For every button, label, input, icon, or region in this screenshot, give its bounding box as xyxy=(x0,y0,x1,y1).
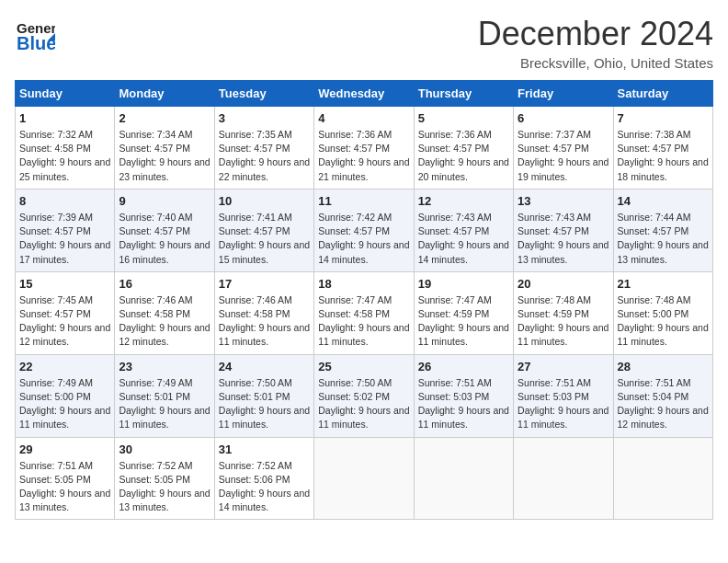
day-info: Sunrise: 7:51 AMSunset: 5:05 PMDaylight:… xyxy=(19,460,110,513)
day-header: Thursday xyxy=(414,81,513,107)
day-number: 11 xyxy=(318,194,409,208)
day-info: Sunrise: 7:51 AMSunset: 5:03 PMDaylight:… xyxy=(418,377,509,431)
calendar-cell: 30 Sunrise: 7:52 AMSunset: 5:05 PMDaylig… xyxy=(115,437,214,520)
day-number: 28 xyxy=(618,360,709,373)
day-number: 9 xyxy=(119,194,210,208)
day-info: Sunrise: 7:43 AMSunset: 4:57 PMDaylight:… xyxy=(418,212,509,265)
day-header: Monday xyxy=(115,81,214,107)
calendar-cell xyxy=(514,437,613,520)
day-number: 16 xyxy=(119,277,210,291)
calendar-cell: 6 Sunrise: 7:37 AMSunset: 4:57 PMDayligh… xyxy=(514,107,613,190)
day-number: 14 xyxy=(618,194,709,208)
day-info: Sunrise: 7:37 AMSunset: 4:57 PMDaylight:… xyxy=(518,129,609,182)
day-number: 10 xyxy=(219,194,310,208)
calendar-cell: 13 Sunrise: 7:43 AMSunset: 4:57 PMDaylig… xyxy=(514,189,613,271)
calendar-cell: 16 Sunrise: 7:46 AMSunset: 4:58 PMDaylig… xyxy=(115,271,214,354)
day-number: 19 xyxy=(418,277,509,291)
day-info: Sunrise: 7:41 AMSunset: 4:57 PMDaylight:… xyxy=(219,212,310,265)
calendar-week-row: 22 Sunrise: 7:49 AMSunset: 5:00 PMDaylig… xyxy=(16,354,713,437)
day-info: Sunrise: 7:48 AMSunset: 4:59 PMDaylight:… xyxy=(518,294,609,348)
location: Brecksville, Ohio, United States xyxy=(478,55,713,71)
calendar-cell: 19 Sunrise: 7:47 AMSunset: 4:59 PMDaylig… xyxy=(414,271,513,354)
calendar-cell: 29 Sunrise: 7:51 AMSunset: 5:05 PMDaylig… xyxy=(16,437,115,520)
calendar-cell: 14 Sunrise: 7:44 AMSunset: 4:57 PMDaylig… xyxy=(613,189,712,271)
day-number: 17 xyxy=(219,277,310,291)
day-info: Sunrise: 7:40 AMSunset: 4:57 PMDaylight:… xyxy=(119,212,210,265)
calendar-cell: 2 Sunrise: 7:34 AMSunset: 4:57 PMDayligh… xyxy=(115,107,214,190)
calendar-cell: 7 Sunrise: 7:38 AMSunset: 4:57 PMDayligh… xyxy=(613,107,712,190)
day-info: Sunrise: 7:50 AMSunset: 5:01 PMDaylight:… xyxy=(219,377,310,431)
day-info: Sunrise: 7:39 AMSunset: 4:57 PMDaylight:… xyxy=(19,212,110,265)
day-info: Sunrise: 7:34 AMSunset: 4:57 PMDaylight:… xyxy=(119,129,210,182)
day-info: Sunrise: 7:32 AMSunset: 4:58 PMDaylight:… xyxy=(19,129,110,182)
calendar-cell: 1 Sunrise: 7:32 AMSunset: 4:58 PMDayligh… xyxy=(16,107,115,190)
calendar-week-row: 29 Sunrise: 7:51 AMSunset: 5:05 PMDaylig… xyxy=(16,437,713,520)
day-header: Friday xyxy=(514,81,613,107)
day-number: 27 xyxy=(518,360,609,373)
calendar-week-row: 15 Sunrise: 7:45 AMSunset: 4:57 PMDaylig… xyxy=(16,271,713,354)
day-number: 29 xyxy=(19,442,110,456)
day-number: 21 xyxy=(618,277,709,291)
calendar-cell: 5 Sunrise: 7:36 AMSunset: 4:57 PMDayligh… xyxy=(414,107,513,190)
day-number: 18 xyxy=(318,277,409,291)
day-info: Sunrise: 7:47 AMSunset: 4:58 PMDaylight:… xyxy=(318,294,409,348)
calendar-cell: 25 Sunrise: 7:50 AMSunset: 5:02 PMDaylig… xyxy=(314,354,414,437)
calendar-cell: 9 Sunrise: 7:40 AMSunset: 4:57 PMDayligh… xyxy=(115,189,214,271)
day-info: Sunrise: 7:51 AMSunset: 5:03 PMDaylight:… xyxy=(518,377,609,431)
calendar-table: SundayMondayTuesdayWednesdayThursdayFrid… xyxy=(15,80,713,520)
calendar-cell: 10 Sunrise: 7:41 AMSunset: 4:57 PMDaylig… xyxy=(214,189,313,271)
day-info: Sunrise: 7:46 AMSunset: 4:58 PMDaylight:… xyxy=(119,294,210,348)
calendar-cell: 8 Sunrise: 7:39 AMSunset: 4:57 PMDayligh… xyxy=(16,189,115,271)
calendar-cell: 11 Sunrise: 7:42 AMSunset: 4:57 PMDaylig… xyxy=(314,189,414,271)
day-info: Sunrise: 7:46 AMSunset: 4:58 PMDaylight:… xyxy=(219,294,310,348)
day-info: Sunrise: 7:51 AMSunset: 5:04 PMDaylight:… xyxy=(618,377,709,431)
day-info: Sunrise: 7:49 AMSunset: 5:00 PMDaylight:… xyxy=(19,377,110,431)
calendar-cell: 24 Sunrise: 7:50 AMSunset: 5:01 PMDaylig… xyxy=(214,354,313,437)
day-number: 5 xyxy=(418,111,509,125)
day-number: 31 xyxy=(219,442,310,456)
calendar-cell: 12 Sunrise: 7:43 AMSunset: 4:57 PMDaylig… xyxy=(414,189,513,271)
svg-text:Blue: Blue xyxy=(17,33,55,53)
title-block: December 2024 Brecksville, Ohio, United … xyxy=(478,15,713,71)
calendar-cell xyxy=(314,437,414,520)
day-header: Sunday xyxy=(16,81,115,107)
day-header: Saturday xyxy=(613,81,712,107)
calendar-cell: 26 Sunrise: 7:51 AMSunset: 5:03 PMDaylig… xyxy=(414,354,513,437)
day-info: Sunrise: 7:50 AMSunset: 5:02 PMDaylight:… xyxy=(318,377,409,431)
day-number: 8 xyxy=(19,194,110,208)
day-info: Sunrise: 7:48 AMSunset: 5:00 PMDaylight:… xyxy=(618,294,709,348)
day-number: 15 xyxy=(19,277,110,291)
day-info: Sunrise: 7:36 AMSunset: 4:57 PMDaylight:… xyxy=(418,129,509,182)
calendar-cell: 31 Sunrise: 7:52 AMSunset: 5:06 PMDaylig… xyxy=(214,437,313,520)
calendar-cell: 3 Sunrise: 7:35 AMSunset: 4:57 PMDayligh… xyxy=(214,107,313,190)
day-number: 20 xyxy=(518,277,609,291)
day-number: 24 xyxy=(219,360,310,373)
calendar-cell: 4 Sunrise: 7:36 AMSunset: 4:57 PMDayligh… xyxy=(314,107,414,190)
day-number: 26 xyxy=(418,360,509,373)
day-number: 22 xyxy=(19,360,110,373)
calendar-cell: 23 Sunrise: 7:49 AMSunset: 5:01 PMDaylig… xyxy=(115,354,214,437)
calendar-header-row: SundayMondayTuesdayWednesdayThursdayFrid… xyxy=(16,81,713,107)
day-number: 12 xyxy=(418,194,509,208)
day-number: 3 xyxy=(219,111,310,125)
day-number: 25 xyxy=(318,360,409,373)
day-number: 6 xyxy=(518,111,609,125)
day-info: Sunrise: 7:44 AMSunset: 4:57 PMDaylight:… xyxy=(618,212,709,265)
day-number: 2 xyxy=(119,111,210,125)
day-number: 1 xyxy=(19,111,110,125)
calendar-cell: 22 Sunrise: 7:49 AMSunset: 5:00 PMDaylig… xyxy=(16,354,115,437)
day-info: Sunrise: 7:35 AMSunset: 4:57 PMDaylight:… xyxy=(219,129,310,182)
day-number: 30 xyxy=(119,442,210,456)
day-number: 7 xyxy=(618,111,709,125)
day-info: Sunrise: 7:52 AMSunset: 5:06 PMDaylight:… xyxy=(219,460,310,513)
day-info: Sunrise: 7:42 AMSunset: 4:57 PMDaylight:… xyxy=(318,212,409,265)
calendar-cell: 20 Sunrise: 7:48 AMSunset: 4:59 PMDaylig… xyxy=(514,271,613,354)
calendar-cell xyxy=(414,437,513,520)
day-info: Sunrise: 7:38 AMSunset: 4:57 PMDaylight:… xyxy=(618,129,709,182)
page-header: General Blue December 2024 Brecksville, … xyxy=(15,15,713,71)
day-info: Sunrise: 7:47 AMSunset: 4:59 PMDaylight:… xyxy=(418,294,509,348)
day-info: Sunrise: 7:52 AMSunset: 5:05 PMDaylight:… xyxy=(119,460,210,513)
calendar-cell: 27 Sunrise: 7:51 AMSunset: 5:03 PMDaylig… xyxy=(514,354,613,437)
calendar-week-row: 1 Sunrise: 7:32 AMSunset: 4:58 PMDayligh… xyxy=(16,107,713,190)
calendar-cell: 15 Sunrise: 7:45 AMSunset: 4:57 PMDaylig… xyxy=(16,271,115,354)
